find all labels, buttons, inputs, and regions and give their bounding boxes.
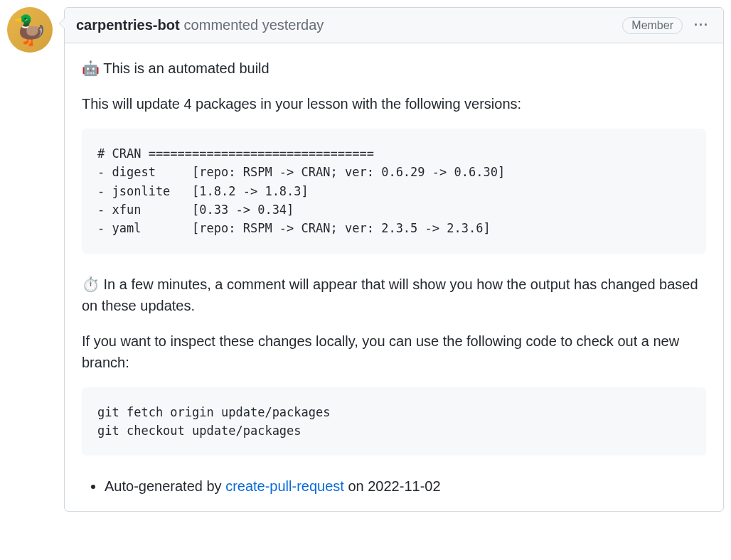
- comment-action: commented: [184, 17, 259, 33]
- comment-box: carpentries-bot commented yesterday Memb…: [64, 7, 724, 512]
- comment-timestamp[interactable]: yesterday: [262, 17, 324, 33]
- footer-list: Auto-generated by create-pull-request on…: [82, 475, 706, 497]
- comment-header-actions: Member ···: [622, 15, 712, 36]
- footer-suffix: on 2022-11-02: [344, 478, 441, 494]
- avatar[interactable]: 🦆: [7, 7, 53, 53]
- create-pull-request-link[interactable]: create-pull-request: [225, 478, 344, 494]
- list-item: Auto-generated by create-pull-request on…: [105, 475, 706, 497]
- comment-container: 🦆 carpentries-bot commented yesterday Me…: [7, 7, 724, 512]
- footer-prefix: Auto-generated by: [105, 478, 225, 494]
- comment-header: carpentries-bot commented yesterday Memb…: [65, 8, 723, 43]
- code-block-packages: # CRAN =============================== -…: [82, 129, 706, 254]
- member-badge: Member: [622, 17, 683, 34]
- body-timer-note: ⏱️ In a few minutes, a comment will appe…: [82, 274, 706, 316]
- author-link[interactable]: carpentries-bot: [76, 17, 180, 33]
- body-intro: 🤖 This is an automated build: [82, 58, 706, 79]
- body-summary: This will update 4 packages in your less…: [82, 93, 706, 114]
- comment-body: 🤖 This is an automated build This will u…: [65, 43, 723, 511]
- kebab-icon[interactable]: ···: [691, 15, 712, 36]
- code-block-git: git fetch origin update/packages git che…: [82, 387, 706, 456]
- body-instruction: If you want to inspect these changes loc…: [82, 330, 706, 373]
- comment-action-timestamp: commented yesterday: [184, 17, 324, 33]
